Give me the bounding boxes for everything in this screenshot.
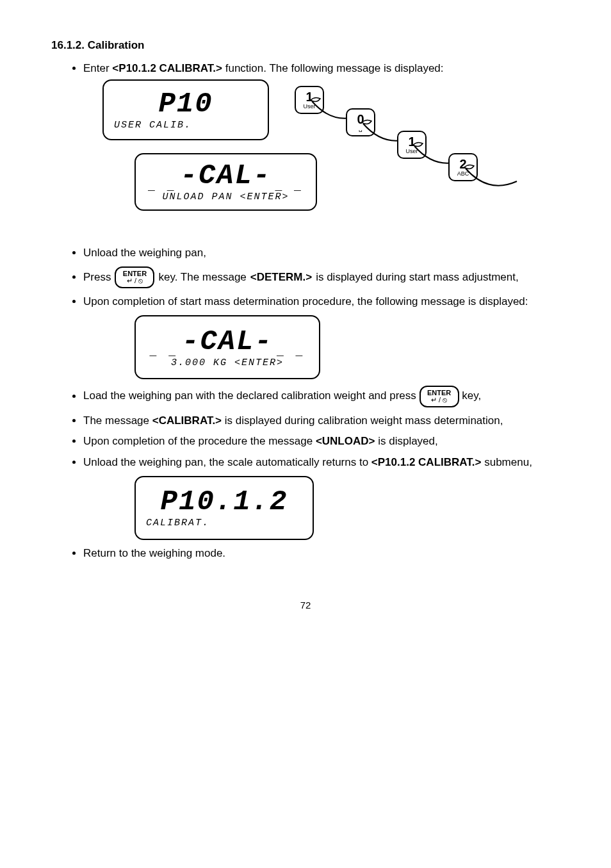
lcd2-dashes-right: _ _ [277, 348, 305, 356]
page-number: 72 [51, 599, 560, 612]
lcd-dashes-left: _ _ [148, 183, 176, 190]
lcd-p10-big: P10 [158, 90, 213, 118]
step1-text-a: Enter [83, 62, 112, 74]
lcd-p1012-sub: CALIBRAT. [146, 517, 209, 530]
key-1[interactable]: 1 User [295, 86, 324, 114]
key-1-top: 1 [306, 90, 313, 103]
step-3: Press ENTER ↵ / ⦸ key. The message <DETE… [83, 266, 560, 288]
step6-a: The message [83, 414, 152, 427]
key-0[interactable]: 0 ␣ [346, 108, 375, 136]
step-1: Enter <P10.1.2 CALIBRAT.> function. The … [83, 61, 560, 240]
step8-c: submenu, [481, 456, 532, 468]
lcd-p10: P10 USER CALIB. [102, 79, 269, 140]
key-0-bot: ␣ [359, 126, 363, 132]
step-6: The message <CALIBRAT.> is displayed dur… [83, 414, 560, 428]
step-9: Return to the weighing mode. [83, 546, 560, 561]
key-2[interactable]: 2 ABC [448, 153, 478, 181]
step-5: Load the weighing pan with the declared … [83, 386, 560, 407]
step4-text: Upon completion of start mass determinat… [83, 295, 528, 307]
enter-key-bot: ↵ / ⦸ [127, 277, 143, 284]
step1-text-b: <P10.1.2 CALIBRAT.> [112, 62, 222, 74]
key-1b-top: 1 [408, 135, 415, 148]
enter-key[interactable]: ENTER ↵ / ⦸ [115, 266, 154, 288]
lcd-p1012: P10.1.2 CALIBRAT. [134, 476, 314, 540]
lcd-dashes-right: _ _ [275, 183, 304, 190]
key-1b-bot: User [405, 149, 418, 154]
key-1b[interactable]: 1 User [397, 131, 427, 159]
step7-a: Upon completion of the procedure the mes… [83, 435, 316, 447]
figure-step4: _ _ -CAL- _ _ 3.000 KG <ENTER> [134, 315, 560, 379]
lcd-cal-unload-sub: UNLOAD PAN <ENTER> [162, 191, 289, 204]
step-8: Unload the weighing pan, the scale autom… [83, 455, 560, 540]
lcd-cal-big: -CAL- [180, 161, 271, 190]
lcd-cal-weight: _ _ -CAL- _ _ 3.000 KG <ENTER> [134, 315, 320, 379]
enter-key-2[interactable]: ENTER ↵ / ⦸ [420, 386, 459, 407]
step9-text: Return to the weighing mode. [83, 547, 225, 559]
step8-a: Unload the weighing pan, the scale autom… [83, 456, 371, 468]
lcd-cal-unload: _ _ -CAL- _ _ UNLOAD PAN <ENTER> [134, 153, 317, 211]
step5-a: Load the weighing pan with the declared … [83, 390, 420, 402]
step2-text: Unload the weighing pan, [83, 247, 206, 259]
step-4: Upon completion of start mass determinat… [83, 295, 560, 379]
step1-text-c: function. The following message is displ… [222, 62, 444, 74]
step8-b: <P10.1.2 CALIBRAT.> [371, 456, 482, 468]
lcd-p1012-big: P10.1.2 [161, 487, 288, 516]
step7-c: is displayed, [375, 435, 437, 447]
step6-b: <CALIBRAT.> [152, 414, 222, 427]
lcd2-sub: 3.000 KG <ENTER> [171, 357, 284, 370]
step7-b: <UNLOAD> [316, 435, 375, 447]
lcd2-dashes-left: _ _ [150, 348, 178, 356]
key-2-top: 2 [459, 158, 466, 170]
step-2: Unload the weighing pan, [83, 246, 560, 260]
step-7: Upon completion of the procedure the mes… [83, 434, 560, 448]
step5-b: key, [462, 390, 481, 402]
step3-d: is displayed during start mass adjustmen… [316, 270, 519, 284]
figure-step1: P10 USER CALIB. _ _ -CAL- _ _ UNLOAD PAN… [83, 79, 560, 240]
key-1-bot: User [303, 104, 315, 110]
key-0-top: 0 [357, 113, 364, 126]
step3-a: Press [83, 270, 111, 284]
step6-c: is displayed during calibration weight m… [222, 414, 503, 427]
key-2-bot: ABC [457, 171, 469, 177]
enter-key2-bot: ↵ / ⦸ [431, 397, 447, 404]
step3-b: key. The message [158, 270, 246, 284]
lcd-p10-sub: USER CALIB. [114, 119, 191, 132]
lcd2-cal-big: -CAL- [182, 327, 273, 356]
section-title: 16.1.2. Calibration [51, 38, 560, 53]
step3-c: <DETERM.> [250, 270, 312, 284]
figure-step8: P10.1.2 CALIBRAT. [134, 476, 560, 540]
